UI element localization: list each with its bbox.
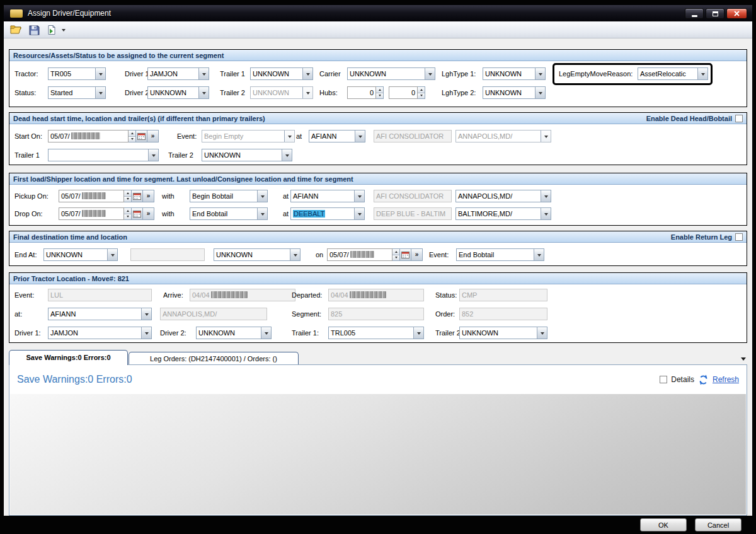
lghtype2-combo[interactable]: UNKNOWN bbox=[483, 86, 546, 99]
refresh-icon[interactable] bbox=[698, 374, 709, 385]
chevron-down-icon[interactable] bbox=[541, 208, 551, 219]
chevron-down-icon[interactable] bbox=[141, 327, 151, 339]
spin-up-icon[interactable] bbox=[124, 190, 131, 196]
chevron-down-icon[interactable] bbox=[95, 68, 105, 79]
minimize-button[interactable] bbox=[685, 8, 704, 19]
chevron-down-icon[interactable] bbox=[107, 249, 117, 260]
chevron-down-icon[interactable] bbox=[541, 190, 551, 202]
more-dates-button[interactable]: » bbox=[411, 248, 423, 261]
ok-button[interactable]: OK bbox=[640, 518, 687, 531]
chevron-down-icon[interactable] bbox=[284, 131, 294, 142]
status-combo[interactable]: Started bbox=[48, 86, 106, 99]
chevron-down-icon[interactable] bbox=[257, 190, 267, 202]
chevron-down-icon[interactable] bbox=[95, 87, 105, 98]
final-city-combo[interactable]: UNKNOWN bbox=[214, 248, 301, 261]
drop-location-combo[interactable]: DEEBALT bbox=[290, 207, 365, 220]
tractor-combo[interactable]: TR005 bbox=[48, 67, 106, 80]
chevron-down-icon[interactable] bbox=[697, 68, 707, 79]
trailer1-combo[interactable]: UNKNOWN bbox=[250, 67, 313, 80]
deadhead-event-combo[interactable]: Begin Empty bbox=[202, 130, 295, 142]
drop-city-combo[interactable]: BALTIMORE,MD/ bbox=[455, 207, 551, 220]
more-dates-button[interactable]: » bbox=[143, 207, 154, 220]
spin-up-icon[interactable] bbox=[124, 208, 131, 214]
pickup-location-combo[interactable]: AFIANN bbox=[290, 190, 365, 202]
spin-down-icon[interactable] bbox=[376, 93, 383, 99]
open-button[interactable] bbox=[9, 23, 24, 37]
spin-down-icon[interactable] bbox=[124, 196, 131, 202]
calendar-button[interactable] bbox=[400, 248, 411, 261]
carrier-combo[interactable]: UNKNOWN bbox=[347, 67, 435, 80]
final-event-combo[interactable]: End Bobtail bbox=[456, 248, 544, 261]
prior-driver1-combo[interactable]: JAMJON bbox=[48, 327, 152, 339]
calendar-button[interactable] bbox=[136, 130, 147, 142]
tab-overflow-chevron-icon[interactable] bbox=[741, 357, 746, 363]
maximize-button[interactable] bbox=[706, 8, 724, 19]
enable-deadhead-checkbox[interactable] bbox=[735, 115, 743, 122]
chevron-down-icon[interactable] bbox=[198, 87, 209, 98]
enable-return-checkbox[interactable] bbox=[735, 233, 743, 241]
chevron-down-icon[interactable] bbox=[354, 208, 364, 219]
chevron-down-icon[interactable] bbox=[302, 87, 312, 98]
drop-event-combo[interactable]: End Bobtail bbox=[190, 207, 268, 220]
date-value[interactable]: 05/07/ bbox=[59, 207, 124, 220]
chevron-down-icon[interactable] bbox=[535, 87, 545, 98]
end-at-combo[interactable]: UNKNOWN bbox=[43, 248, 118, 261]
tab-save-warnings[interactable]: Save Warnings:0 Errors:0 bbox=[9, 350, 128, 365]
prior-trailer2-combo[interactable]: UNKNOWN bbox=[459, 327, 547, 339]
tab-leg-orders[interactable]: Leg Orders: (DH2147400001) / Orders: () bbox=[129, 352, 299, 365]
start-on-date[interactable]: 05/07/ » bbox=[48, 130, 159, 142]
chevron-down-icon[interactable] bbox=[541, 131, 551, 142]
new-document-button[interactable] bbox=[44, 23, 59, 37]
details-checkbox[interactable] bbox=[660, 376, 667, 383]
calendar-button[interactable] bbox=[132, 207, 143, 220]
chevron-down-icon[interactable] bbox=[535, 68, 545, 79]
deadhead-location-combo[interactable]: AFIANN bbox=[309, 130, 365, 142]
chevron-down-icon[interactable] bbox=[290, 249, 300, 260]
end-date[interactable]: 05/07/ » bbox=[327, 248, 423, 261]
spin-down-icon[interactable] bbox=[124, 214, 131, 220]
drop-date[interactable]: 05/07/ » bbox=[59, 207, 154, 220]
spin-down-icon[interactable] bbox=[129, 136, 135, 142]
chevron-down-icon[interactable] bbox=[354, 190, 364, 202]
calendar-button[interactable] bbox=[132, 190, 143, 202]
date-value[interactable]: 05/07/ bbox=[327, 248, 392, 261]
chevron-down-icon[interactable] bbox=[302, 68, 312, 79]
chevron-down-icon[interactable] bbox=[141, 308, 151, 320]
hubs1-spinner[interactable]: 0 bbox=[347, 86, 384, 99]
driver2-combo[interactable]: UNKNOWN bbox=[147, 86, 209, 99]
pickup-city-combo[interactable]: ANNAPOLIS,MD/ bbox=[455, 190, 551, 202]
spin-up-icon[interactable] bbox=[418, 87, 425, 93]
save-button[interactable] bbox=[26, 23, 42, 37]
close-button[interactable] bbox=[726, 8, 747, 19]
pickup-date[interactable]: 05/07/ » bbox=[59, 190, 154, 202]
prior-driver2-combo[interactable]: UNKNOWN bbox=[196, 327, 272, 339]
chevron-down-icon[interactable] bbox=[198, 68, 209, 79]
prior-trailer1-combo[interactable]: TRL005 bbox=[328, 327, 424, 339]
refresh-link[interactable]: Refresh bbox=[713, 375, 739, 384]
driver1-combo[interactable]: JAMJON bbox=[147, 67, 209, 80]
pickup-event-combo[interactable]: Begin Bobtail bbox=[190, 190, 268, 202]
chevron-down-icon[interactable] bbox=[282, 149, 292, 161]
toolbar-caret-icon[interactable] bbox=[62, 29, 66, 33]
spin-up-icon[interactable] bbox=[376, 87, 383, 93]
chevron-down-icon[interactable] bbox=[537, 327, 547, 339]
date-value[interactable]: 05/07/ bbox=[59, 190, 124, 202]
trailer2-combo[interactable]: UNKNOWN bbox=[250, 86, 313, 99]
spin-down-icon[interactable] bbox=[392, 255, 399, 261]
lghtype1-combo[interactable]: UNKNOWN bbox=[483, 67, 546, 80]
more-dates-button[interactable]: » bbox=[147, 130, 159, 142]
chevron-down-icon[interactable] bbox=[413, 327, 423, 339]
more-dates-button[interactable]: » bbox=[143, 190, 154, 202]
spin-down-icon[interactable] bbox=[418, 93, 425, 99]
dh-trailer2-combo[interactable]: UNKNOWN bbox=[202, 149, 292, 161]
chevron-down-icon[interactable] bbox=[425, 68, 435, 79]
chevron-down-icon[interactable] bbox=[534, 249, 544, 260]
dh-trailer1-combo[interactable] bbox=[48, 149, 159, 161]
spin-up-icon[interactable] bbox=[129, 131, 135, 136]
date-value[interactable]: 05/07/ bbox=[48, 130, 129, 142]
chevron-down-icon[interactable] bbox=[261, 327, 271, 339]
chevron-down-icon[interactable] bbox=[148, 149, 158, 161]
legreason-combo[interactable]: AssetRelocatic bbox=[638, 67, 708, 80]
deadhead-city-combo[interactable]: ANNAPOLIS,MD/ bbox=[455, 130, 551, 142]
hubs2-spinner[interactable]: 0 bbox=[389, 86, 425, 99]
